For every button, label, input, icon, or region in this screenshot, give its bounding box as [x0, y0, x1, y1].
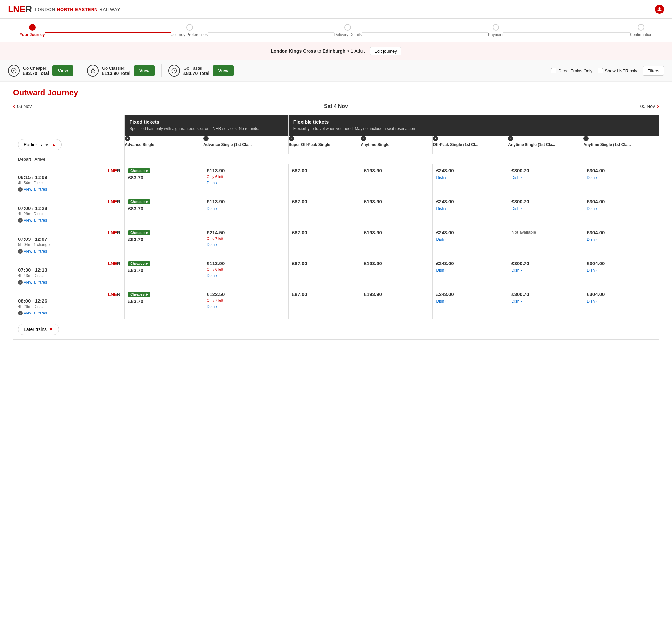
dish-link[interactable]: Dish ›	[436, 175, 504, 180]
price-amount[interactable]: £304.00	[587, 168, 655, 173]
price-amount[interactable]: £87.00	[292, 199, 357, 204]
current-date-label: Sat 4 Nov	[324, 103, 348, 109]
dish-link[interactable]: Dish ›	[207, 206, 285, 211]
price-amount[interactable]: £300.70	[511, 168, 580, 173]
price-amount[interactable]: £83.70	[128, 206, 200, 211]
fixed-tickets-header: Fixed tickets Specified train only with …	[125, 115, 288, 135]
user-avatar-icon[interactable]	[655, 5, 664, 14]
price-amount[interactable]: £113.90	[207, 168, 285, 173]
dish-link[interactable]: Dish ›	[587, 237, 655, 242]
col-info-icon-2[interactable]: i	[203, 136, 209, 141]
next-arrow-icon: ›	[657, 103, 659, 109]
price-amount[interactable]: £193.90	[364, 260, 429, 266]
price-amount[interactable]: £243.00	[436, 230, 504, 235]
faster-view-button[interactable]: View	[213, 66, 234, 76]
dish-link[interactable]: Dish ›	[436, 268, 504, 273]
col-info-icon-6[interactable]: i	[508, 136, 513, 141]
price-amount[interactable]: £243.00	[436, 199, 504, 204]
fares-info-icon: i	[18, 311, 23, 316]
view-all-fares-link[interactable]: i View all fares	[18, 187, 120, 192]
price-amount[interactable]: £87.00	[292, 230, 357, 235]
price-amount[interactable]: £193.90	[364, 168, 429, 173]
col-info-icon-1[interactable]: i	[125, 136, 130, 141]
price-amount[interactable]: £193.90	[364, 230, 429, 235]
dish-link[interactable]: Dish ›	[436, 237, 504, 242]
view-all-fares-link[interactable]: i View all fares	[18, 280, 120, 284]
price-amount[interactable]: £300.70	[511, 260, 580, 266]
price-amount[interactable]: £87.00	[292, 292, 357, 297]
main-content: Outward Journey ‹ 03 Nov Sat 4 Nov 05 No…	[0, 82, 672, 346]
view-all-fares-link[interactable]: i View all fares	[18, 311, 120, 316]
col-info-icon-7[interactable]: i	[583, 136, 589, 141]
dish-link[interactable]: Dish ›	[207, 243, 285, 247]
flexible-tickets-header: Flexible tickets Flexibility to travel w…	[289, 115, 658, 135]
next-date-button[interactable]: 05 Nov ›	[640, 103, 659, 109]
col-label-super-offpeak: Super Off-Peak Single	[289, 143, 330, 147]
lner-only-checkbox-label[interactable]: Show LNER only	[598, 68, 637, 73]
view-all-fares-link[interactable]: i View all fares	[18, 218, 120, 223]
price-amount[interactable]: £87.00	[292, 168, 357, 173]
price-amount[interactable]: £113.90	[207, 260, 285, 266]
price-amount[interactable]: £193.90	[364, 292, 429, 297]
train-operator: LNER	[18, 260, 120, 266]
fares-info-icon: i	[18, 249, 23, 254]
dish-link[interactable]: Dish ›	[587, 299, 655, 304]
classier-view-button[interactable]: View	[134, 66, 155, 76]
direct-trains-checkbox-label[interactable]: Direct Trains Only	[551, 68, 592, 73]
price-amount[interactable]: £83.70	[128, 298, 200, 304]
fares-info-icon: i	[18, 218, 23, 223]
dish-link[interactable]: Dish ›	[587, 175, 655, 180]
dish-link[interactable]: Dish ›	[587, 206, 655, 211]
price-amount[interactable]: £304.00	[587, 292, 655, 297]
price-amount[interactable]: £122.50	[207, 292, 285, 297]
price-amount[interactable]: £300.70	[511, 199, 580, 204]
dish-link[interactable]: Dish ›	[511, 268, 580, 273]
dish-link[interactable]: Dish ›	[436, 299, 504, 304]
price-amount[interactable]: £300.70	[511, 292, 580, 297]
price-amount[interactable]: £83.70	[128, 268, 200, 273]
price-amount[interactable]: £243.00	[436, 168, 504, 173]
train-duration: 4h 28m, Direct	[18, 211, 120, 216]
dish-link[interactable]: Dish ›	[511, 206, 580, 211]
train-row: LNER 07:03 › 12:07 5h 04m, 1 change i Vi…	[14, 226, 659, 257]
price-amount[interactable]: £83.70	[128, 236, 200, 242]
prev-date-button[interactable]: ‹ 03 Nov	[13, 103, 32, 109]
price-amount[interactable]: £214.50	[207, 230, 285, 235]
col-info-icon-4[interactable]: i	[361, 136, 366, 141]
earlier-trains-button[interactable]: Earlier trains ▲	[18, 139, 62, 150]
step-label-4: Payment	[488, 32, 503, 37]
col-header-super-offpeak: i Super Off-Peak Single	[288, 135, 361, 154]
dish-link[interactable]: Dish ›	[511, 175, 580, 180]
dish-link[interactable]: Dish ›	[587, 268, 655, 273]
dish-link[interactable]: Dish ›	[207, 273, 285, 278]
lner-only-checkbox[interactable]	[598, 68, 603, 73]
price-amount[interactable]: £243.00	[436, 260, 504, 266]
price-amount[interactable]: £304.00	[587, 199, 655, 204]
view-all-fares-link[interactable]: i View all fares	[18, 249, 120, 254]
col-info-icon-3[interactable]: i	[289, 136, 294, 141]
cheaper-view-button[interactable]: View	[52, 66, 73, 76]
fares-info-icon: i	[18, 280, 23, 284]
price-amount[interactable]: £304.00	[587, 260, 655, 266]
edit-journey-button[interactable]: Edit journey	[370, 47, 401, 55]
col-info-icon-5[interactable]: i	[433, 136, 438, 141]
price-amount[interactable]: £304.00	[587, 230, 655, 235]
cheaper-label: Go Cheaper; £83.70 Total	[23, 66, 49, 76]
price-amount[interactable]: £193.90	[364, 199, 429, 204]
price-amount[interactable]: £87.00	[292, 260, 357, 266]
direct-trains-checkbox[interactable]	[551, 68, 556, 73]
filters-button[interactable]: Filters	[643, 66, 664, 76]
train-operator: LNER	[18, 168, 120, 173]
price-amount[interactable]: £243.00	[436, 292, 504, 297]
later-trains-button[interactable]: Later trains ▼	[18, 324, 59, 335]
dish-link[interactable]: Dish ›	[511, 299, 580, 304]
dish-link[interactable]: Dish ›	[207, 304, 285, 309]
price-amount[interactable]: £83.70	[128, 175, 200, 180]
only-left-notice: Only 6 left	[207, 175, 285, 179]
dish-link[interactable]: Dish ›	[436, 206, 504, 211]
price-amount[interactable]: £113.90	[207, 199, 285, 204]
date-navigation: ‹ 03 Nov Sat 4 Nov 05 Nov ›	[13, 103, 659, 109]
not-available-label: Not available	[511, 230, 580, 234]
col-header-offpeak-1st: i Off-Peak Single (1st Cl...	[433, 135, 508, 154]
dish-link[interactable]: Dish ›	[207, 181, 285, 185]
